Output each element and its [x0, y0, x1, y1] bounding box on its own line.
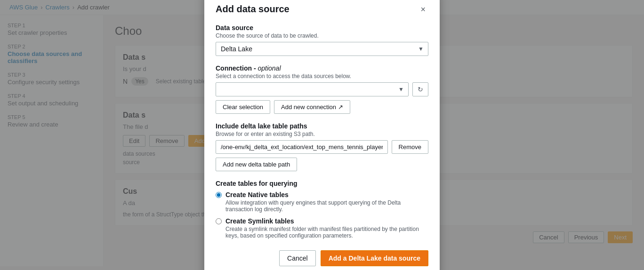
symlink-tables-option: Create Symlink tables Create a symlink m… [216, 217, 428, 239]
create-tables-group: Create tables for querying Create Native… [216, 180, 428, 239]
delta-paths-sublabel: Browse for or enter an existing S3 path. [216, 131, 428, 137]
data-source-label: Data source [216, 24, 428, 32]
add-connection-label: Add new connection [281, 103, 336, 111]
connection-select-wrapper: ▼ [216, 82, 409, 96]
refresh-icon: ↻ [418, 86, 423, 93]
radio-group: Create Native tables Allow integration w… [216, 191, 428, 239]
delta-paths-group: Include delta lake table paths Browse fo… [216, 122, 428, 171]
connection-select[interactable] [216, 82, 409, 96]
add-data-source-modal: Add data source × Data source Choose the… [204, 0, 440, 270]
native-tables-label: Create Native tables [225, 191, 428, 199]
native-tables-radio[interactable] [216, 192, 222, 198]
data-source-group: Data source Choose the source of data to… [216, 24, 428, 56]
modal-footer: Cancel Add a Delta Lake data source [216, 250, 428, 266]
connection-row: ▼ ↻ [216, 82, 428, 96]
modal-header: Add data source × [216, 4, 428, 15]
connection-refresh-button[interactable]: ↻ [412, 82, 428, 96]
path-row: Remove [216, 140, 428, 154]
symlink-tables-label: Create Symlink tables [225, 217, 428, 225]
native-tables-option: Create Native tables Allow integration w… [216, 191, 428, 213]
symlink-tables-radio[interactable] [216, 218, 222, 224]
data-source-select[interactable]: Delta Lake S3 DynamoDB JDBC [216, 42, 428, 56]
create-tables-label: Create tables for querying [216, 180, 428, 187]
connection-label: Connection - optional [216, 64, 428, 72]
modal-title: Add data source [216, 4, 290, 15]
submit-button[interactable]: Add a Delta Lake data source [321, 250, 428, 266]
symlink-tables-desc: Create a symlink manifest folder with ma… [225, 226, 428, 239]
path-input[interactable] [216, 140, 388, 154]
connection-sublabel: Select a connection to access the data s… [216, 73, 428, 79]
native-tables-desc: Allow integration with query engines tha… [225, 199, 428, 213]
connection-optional: optional [258, 64, 281, 72]
cancel-button[interactable]: Cancel [279, 250, 316, 266]
clear-selection-button[interactable]: Clear selection [216, 100, 270, 114]
modal-overlay: Add data source × Data source Choose the… [0, 0, 644, 270]
data-source-select-wrapper: Delta Lake S3 DynamoDB JDBC ▼ [216, 42, 428, 56]
data-source-sublabel: Choose the source of data to be crawled. [216, 32, 428, 39]
connection-actions: Clear selection Add new connection ↗ [216, 100, 428, 114]
add-new-connection-button[interactable]: Add new connection ↗ [274, 100, 350, 114]
delta-paths-label: Include delta lake table paths [216, 122, 428, 130]
modal-close-button[interactable]: × [418, 4, 428, 15]
connection-group: Connection - optional Select a connectio… [216, 64, 428, 114]
add-delta-path-button[interactable]: Add new delta table path [216, 158, 297, 171]
external-link-icon: ↗ [338, 103, 343, 111]
remove-path-button[interactable]: Remove [392, 140, 428, 154]
